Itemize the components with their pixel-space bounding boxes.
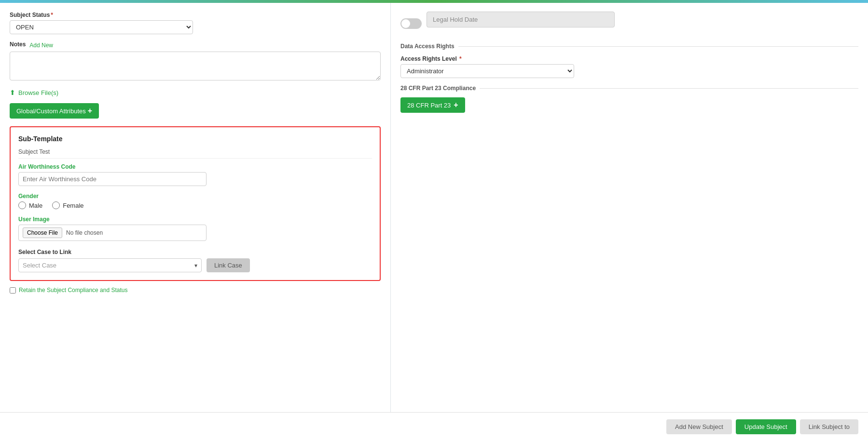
cfr-compliance-divider: 28 CFR Part 23 Compliance: [400, 85, 858, 92]
subject-test-label: Subject Test: [18, 148, 372, 159]
subject-status-select[interactable]: OPEN CLOSED PENDING: [10, 20, 193, 34]
notes-group: Notes Add New: [10, 41, 381, 82]
cfr-button[interactable]: 28 CFR Part 23 +: [400, 97, 465, 113]
gender-female-radio[interactable]: [52, 201, 60, 209]
add-new-link[interactable]: Add New: [29, 42, 53, 49]
gender-options-row: Male Female: [18, 201, 372, 209]
air-worthiness-input[interactable]: [18, 172, 207, 186]
subject-status-group: Subject Status* OPEN CLOSED PENDING: [10, 12, 381, 34]
gender-label: Gender: [18, 193, 372, 200]
select-case-section: Select Case to Link Select Case ▾ Link C…: [18, 249, 372, 272]
global-attributes-button[interactable]: Global/Custom Attributes +: [10, 103, 99, 119]
select-case-row: Select Case ▾ Link Case: [18, 258, 372, 272]
update-subject-button[interactable]: Update Subject: [736, 419, 796, 434]
data-access-divider: Data Access Rights: [400, 43, 858, 50]
subject-status-label: Subject Status*: [10, 12, 381, 18]
retain-compliance-checkbox[interactable]: [10, 287, 16, 294]
legal-hold-date-field[interactable]: Legal Hold Date: [427, 12, 615, 27]
link-subject-to-button[interactable]: Link Subject to: [800, 419, 858, 434]
gender-female-option[interactable]: Female: [52, 201, 83, 209]
legal-hold-toggle[interactable]: [400, 18, 422, 29]
gender-male-option[interactable]: Male: [18, 201, 42, 209]
user-image-group: User Image Choose File No file chosen: [18, 216, 372, 241]
right-panel: Legal Hold Date Data Access Rights Acces…: [391, 3, 868, 441]
cfr-compliance-heading: 28 CFR Part 23 Compliance: [400, 85, 476, 92]
user-image-label: User Image: [18, 216, 372, 223]
toggle-slider: [400, 18, 422, 29]
gender-male-label: Male: [29, 202, 42, 209]
gender-male-radio[interactable]: [18, 201, 26, 209]
data-access-rights-heading: Data Access Rights: [400, 43, 455, 50]
chevron-down-icon: ▾: [194, 262, 197, 269]
access-rights-level-label: Access Rights Level *: [400, 55, 858, 62]
notes-label: Notes: [10, 41, 26, 48]
footer-bar: Add New Subject Update Subject Link Subj…: [0, 412, 868, 441]
global-attributes-group: Global/Custom Attributes +: [10, 103, 381, 119]
cfr-plus-icon: +: [454, 101, 458, 109]
notes-label-row: Notes Add New: [10, 41, 381, 50]
sub-template-box: Sub-Template Subject Test Air Worthiness…: [10, 126, 381, 281]
access-rights-level-group: Access Rights Level * Administrator Read…: [400, 55, 858, 78]
select-case-label: Select Case to Link: [18, 249, 372, 255]
air-worthiness-label: Air Worthiness Code: [18, 163, 372, 170]
select-case-placeholder: Select Case: [23, 262, 56, 269]
add-new-subject-button[interactable]: Add New Subject: [666, 419, 732, 434]
choose-file-button[interactable]: Choose File: [23, 227, 62, 238]
sub-template-title: Sub-Template: [18, 135, 372, 143]
browse-files-link[interactable]: ⬆ Browse File(s): [10, 89, 381, 96]
no-file-text: No file chosen: [66, 229, 103, 236]
select-case-dropdown[interactable]: Select Case ▾: [18, 258, 202, 272]
gender-group: Gender Male Female: [18, 193, 372, 209]
retain-compliance-row: Retain the Subject Compliance and Status: [10, 287, 381, 294]
link-case-button[interactable]: Link Case: [207, 258, 250, 272]
access-rights-select[interactable]: Administrator Read Only Full Access: [400, 64, 574, 78]
retain-compliance-label: Retain the Subject Compliance and Status: [19, 287, 127, 294]
upload-icon: ⬆: [10, 89, 15, 96]
toggle-legal-hold-row: Legal Hold Date: [400, 12, 858, 35]
plus-icon: +: [88, 107, 92, 115]
air-worthiness-group: Air Worthiness Code: [18, 163, 372, 186]
notes-textarea[interactable]: [10, 52, 381, 80]
file-input-wrapper: Choose File No file chosen: [18, 225, 207, 241]
gender-female-label: Female: [63, 202, 83, 209]
left-panel: Subject Status* OPEN CLOSED PENDING Note…: [0, 3, 391, 441]
